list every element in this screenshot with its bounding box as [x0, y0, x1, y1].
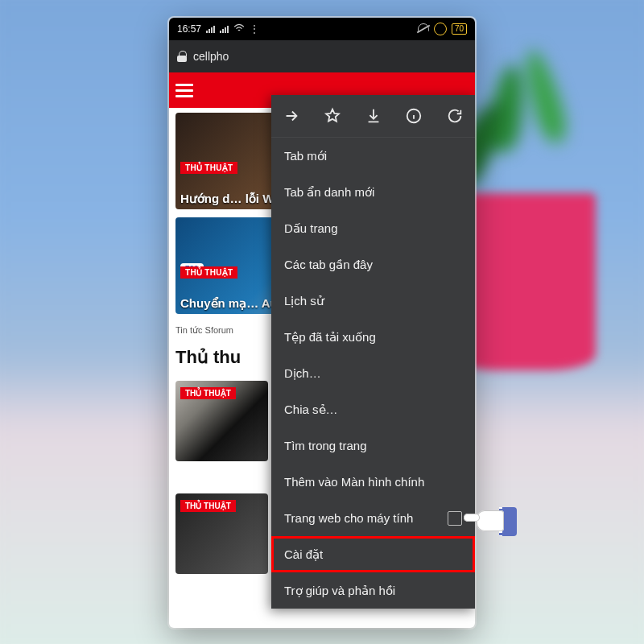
menu-new-tab[interactable]: Tab mới: [271, 138, 475, 174]
page-content: THỦ THUẬT Hướng d… lỗi Wifi tr… Google A…: [169, 72, 475, 628]
article-card[interactable]: THỦ THUẬT: [175, 381, 268, 461]
status-time: 16:57: [177, 23, 201, 35]
download-icon[interactable]: [365, 107, 382, 125]
dnd-icon: [418, 23, 429, 35]
menu-add-to-home[interactable]: Thêm vào Màn hình chính: [271, 464, 475, 500]
menu-share[interactable]: Chia sẻ…: [271, 391, 475, 427]
menu-desktop-site[interactable]: Trang web cho máy tính: [271, 500, 475, 536]
menu-history[interactable]: Lịch sử: [271, 283, 475, 319]
ellipsis-icon: ⋮: [250, 23, 260, 35]
category-tag: THỦ THUẬT: [180, 387, 236, 399]
category-tag: THỦ THUẬT: [180, 500, 236, 512]
browser-overflow-menu: Tab mới Tab ẩn danh mới Dấu trang Các ta…: [271, 95, 475, 609]
star-icon[interactable]: [324, 107, 341, 125]
category-tag: THỦ THUẬT: [180, 162, 237, 174]
category-tag: THỦ THUẬT: [180, 266, 237, 279]
url-text: cellpho: [193, 50, 229, 63]
info-icon[interactable]: [405, 107, 423, 125]
wifi-icon: [233, 23, 245, 35]
checkbox-icon[interactable]: [448, 511, 462, 526]
menu-find-in-page[interactable]: Tìm trong trang: [271, 427, 475, 464]
browser-address-bar[interactable]: cellpho: [169, 40, 475, 72]
menu-help-feedback[interactable]: Trợ giúp và phản hồi: [271, 572, 475, 609]
menu-translate[interactable]: Dịch…: [271, 355, 475, 391]
forward-icon[interactable]: [283, 107, 300, 125]
menu-new-incognito-tab[interactable]: Tab ẩn danh mới: [271, 174, 475, 210]
menu-settings[interactable]: Cài đặt: [271, 536, 475, 572]
tap-here-annotation-icon: [472, 502, 517, 541]
reload-icon[interactable]: [446, 107, 464, 125]
article-card[interactable]: THỦ THUẬT: [175, 493, 268, 574]
hamburger-menu-icon[interactable]: [175, 84, 193, 97]
menu-icon-row: [271, 95, 475, 138]
menu-downloads[interactable]: Tệp đã tải xuống: [271, 319, 475, 355]
status-bar: 16:57 ⋮ 70: [169, 18, 475, 40]
alarm-icon: [434, 23, 447, 35]
phone-frame: 16:57 ⋮ 70 cellpho THỦ THUẬT Hướng d… lỗ…: [169, 18, 475, 628]
menu-bookmarks[interactable]: Dấu trang: [271, 210, 475, 246]
battery-indicator: 70: [452, 23, 467, 35]
signal-1-icon: [206, 25, 215, 33]
lock-icon: [177, 51, 187, 62]
signal-2-icon: [220, 25, 229, 33]
menu-recent-tabs[interactable]: Các tab gần đây: [271, 246, 475, 283]
